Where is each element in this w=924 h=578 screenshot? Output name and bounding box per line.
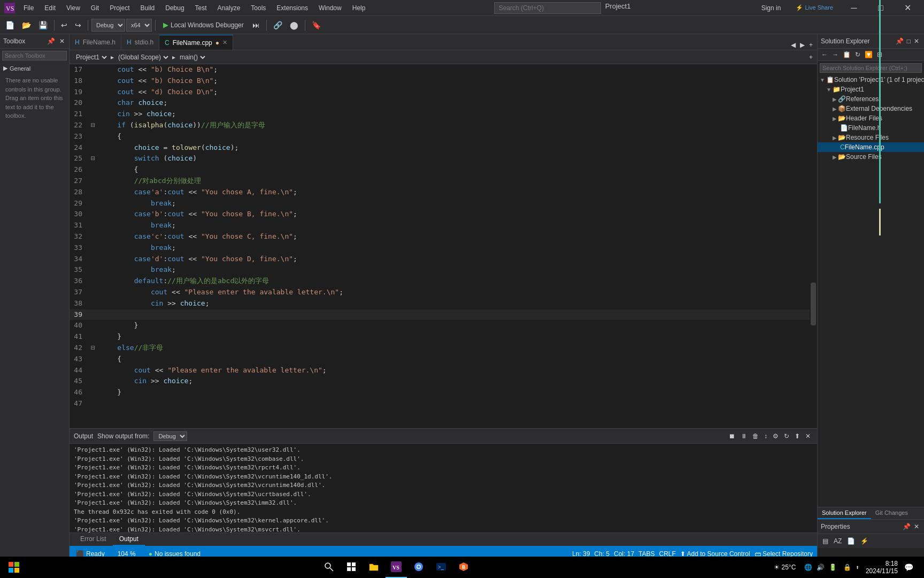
global-search-input[interactable] <box>494 2 601 14</box>
step-over-btn[interactable]: ⏭ <box>249 19 263 32</box>
prop-cat-btn[interactable]: ▤ <box>821 536 830 546</box>
taskbar-terminal-icon[interactable]: >_ <box>430 557 452 578</box>
minimize-button[interactable]: ─ <box>842 0 866 16</box>
taskbar-file-explorer-icon[interactable] <box>363 557 384 578</box>
scroll-track[interactable] <box>810 64 817 428</box>
redo-btn[interactable]: ↪ <box>72 19 84 32</box>
menu-edit[interactable]: Edit <box>40 2 60 14</box>
menu-tools[interactable]: Tools <box>247 2 270 14</box>
save-btn[interactable]: 💾 <box>35 19 51 32</box>
tree-project[interactable]: ▼ 📁 Project1 <box>818 85 924 94</box>
prop-close-btn[interactable]: ✕ <box>912 522 921 531</box>
breadcrumb-project-select[interactable]: Project1 <box>74 53 109 62</box>
windows-security-icon[interactable]: 🔒 <box>843 564 851 572</box>
taskbar-brave-icon[interactable]: B <box>453 557 474 578</box>
breadcrumb-function-select[interactable]: main() <box>178 53 207 62</box>
tab-close-btn[interactable]: ✕ <box>222 39 227 46</box>
tab-output[interactable]: Output <box>113 533 145 546</box>
live-share-button[interactable]: ⚡ Live Share <box>789 2 840 13</box>
output-pause-btn[interactable]: ⏸ <box>738 431 749 441</box>
prop-events-btn[interactable]: ⚡ <box>859 536 870 546</box>
new-tab-btn[interactable]: + <box>807 40 815 50</box>
menu-build[interactable]: Build <box>136 2 159 14</box>
prop-pin-btn[interactable]: 📌 <box>901 522 912 531</box>
menu-test[interactable]: Test <box>191 2 211 14</box>
toolbox-pin-btn[interactable]: 📌 <box>46 36 56 46</box>
tab-scroll-left-btn[interactable]: ◀ <box>789 40 798 50</box>
se-maximize-btn[interactable]: □ <box>905 36 912 46</box>
tab-filename-cpp[interactable]: C FileName.cpp ● ✕ <box>159 35 233 50</box>
output-clear-btn[interactable]: 🗑 <box>750 431 761 441</box>
taskbar-search-icon[interactable] <box>318 557 340 578</box>
tree-ext-deps[interactable]: ▶ 📦 External Dependencies <box>818 104 924 113</box>
output-stop-btn[interactable]: ⏹ <box>727 431 737 441</box>
prop-page-btn[interactable]: 📄 <box>845 536 857 546</box>
menu-project[interactable]: Project <box>105 2 134 14</box>
tab-error-list[interactable]: Error List <box>74 533 113 546</box>
toolbox-general-header[interactable]: ▶ General <box>3 65 66 72</box>
volume-icon[interactable]: 🔊 <box>817 564 825 572</box>
tree-solution[interactable]: ▼ 📋 Solution 'Project1' (1 of 1 project) <box>818 75 924 85</box>
new-file-btn[interactable]: 📄 <box>2 19 18 32</box>
platform-select[interactable]: x64 <box>126 19 152 32</box>
battery-icon[interactable]: 🔋 <box>829 564 837 572</box>
output-close-btn[interactable]: ✕ <box>803 431 813 441</box>
maximize-button[interactable]: □ <box>868 0 893 16</box>
tree-resource-files[interactable]: ▶ 📂 Resource Files <box>818 133 924 142</box>
taskbar-chrome-icon[interactable] <box>408 557 429 578</box>
open-btn[interactable]: 📂 <box>19 19 34 32</box>
se-pin-btn[interactable]: 📌 <box>894 36 905 46</box>
bookmark-btn[interactable]: 🔖 <box>309 19 324 32</box>
toolbox-close-btn[interactable]: ✕ <box>58 36 66 46</box>
weather-widget[interactable]: ☀ 25°C <box>769 564 800 571</box>
taskbar-vs-icon[interactable]: VS <box>386 557 407 578</box>
prop-az-btn[interactable]: AZ <box>832 536 843 546</box>
menu-extensions[interactable]: Extensions <box>272 2 312 14</box>
undo-btn[interactable]: ↩ <box>58 19 71 32</box>
menu-view[interactable]: View <box>62 2 84 14</box>
code-content[interactable]: 17 cout << "b) Choice B\n"; 18 cout << "… <box>70 64 810 428</box>
se-close-btn[interactable]: ✕ <box>912 36 921 46</box>
output-source-select[interactable]: Debug <box>153 431 187 441</box>
output-float-btn[interactable]: ⬆ <box>792 431 802 441</box>
menu-window[interactable]: Window <box>314 2 346 14</box>
se-filter-btn[interactable]: 🔽 <box>863 50 874 59</box>
start-button[interactable] <box>4 558 24 577</box>
clock-display[interactable]: 8:18 2024/11/15 <box>866 560 898 575</box>
breadcrumb-scope-select[interactable]: (Global Scope) <box>116 53 170 62</box>
taskbar-widgets-icon[interactable] <box>341 557 362 578</box>
attach-btn[interactable]: 🔗 <box>270 19 286 32</box>
close-button[interactable]: ✕ <box>895 0 920 16</box>
menu-analyze[interactable]: Analyze <box>213 2 245 14</box>
menu-git[interactable]: Git <box>87 2 103 14</box>
breakpoints-btn[interactable]: ⬤ <box>287 19 302 32</box>
se-collapse-btn[interactable]: ⊟ <box>875 50 884 59</box>
tree-references[interactable]: ▶ 🔗 References <box>818 94 924 104</box>
tab-git-changes[interactable]: Git Changes <box>871 507 912 519</box>
menu-debug[interactable]: Debug <box>161 2 188 14</box>
se-refresh-btn[interactable]: ↻ <box>853 50 862 59</box>
toolbox-search-input[interactable] <box>2 51 67 60</box>
tab-scroll-right-btn[interactable]: ▶ <box>798 40 807 50</box>
se-back-btn[interactable]: ← <box>820 50 829 59</box>
output-wrap-btn[interactable]: ↕ <box>762 431 769 441</box>
tab-filename-h[interactable]: H FileName.h <box>70 35 121 50</box>
se-properties-btn[interactable]: 📋 <box>841 50 852 59</box>
vertical-scrollbar[interactable] <box>810 64 817 428</box>
sign-in-button[interactable]: Sign in <box>755 2 788 14</box>
notification-center-icon[interactable]: 💬 <box>902 563 915 572</box>
menu-help[interactable]: Help <box>348 2 370 14</box>
breadcrumb-add-btn[interactable]: + <box>809 54 813 61</box>
tree-filename-h[interactable]: 📄 FileName.h <box>818 123 924 133</box>
se-search-input[interactable] <box>820 63 922 73</box>
tab-stdio-h[interactable]: H stdio.h <box>121 35 159 50</box>
se-forward-btn[interactable]: → <box>830 50 840 59</box>
source-control-icon[interactable]: ⬆ <box>856 564 859 571</box>
network-icon[interactable]: 🌐 <box>804 564 812 572</box>
build-config-select[interactable]: Debug <box>91 19 125 32</box>
scroll-thumb[interactable] <box>811 283 816 325</box>
tree-source-files[interactable]: ▶ 📂 Source Files <box>818 152 924 162</box>
output-refresh-btn[interactable]: ↻ <box>782 431 791 441</box>
menu-file[interactable]: File <box>19 2 38 14</box>
tree-filename-cpp[interactable]: C FileName.cpp <box>818 142 924 152</box>
